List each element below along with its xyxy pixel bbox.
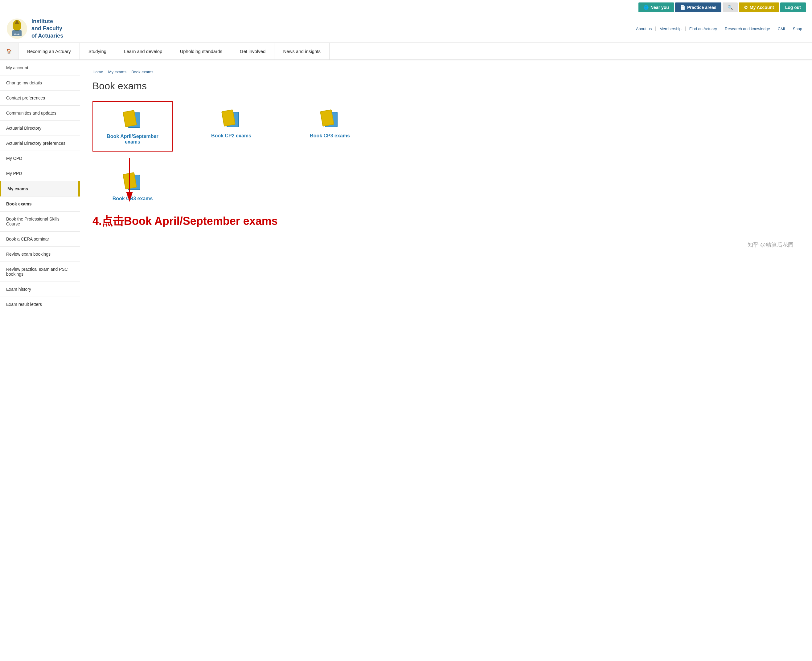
- sidebar-yellow-indicator: [78, 181, 80, 196]
- practice-areas-button[interactable]: 📄 Practice areas: [675, 2, 721, 12]
- sidebar-item-change-details[interactable]: Change my details: [0, 75, 80, 91]
- breadcrumb-my-exams[interactable]: My exams: [108, 70, 127, 74]
- breadcrumb-home[interactable]: Home: [93, 70, 103, 74]
- page-layout: My account Change my details Contact pre…: [0, 61, 812, 312]
- site-header: IFoA Institute and Faculty of Actuaries …: [0, 15, 812, 43]
- exam-card-cp2[interactable]: Book CP2 exams: [191, 101, 271, 152]
- sidebar-item-actuarial-dir[interactable]: Actuarial Directory: [0, 121, 80, 136]
- sidebar-item-book-psc[interactable]: Book the Professional Skills Course: [0, 212, 80, 232]
- my-account-button[interactable]: ⚙ My Account: [739, 2, 779, 12]
- nav-news-insights[interactable]: News and insights: [274, 43, 330, 59]
- logout-button[interactable]: Log out: [780, 2, 806, 12]
- nav-get-involved[interactable]: Get involved: [231, 43, 274, 59]
- annotation-text: 4.点击Book April/September exams: [93, 214, 800, 229]
- sidebar-item-book-cera[interactable]: Book a CERA seminar: [0, 232, 80, 247]
- svg-text:IFoA: IFoA: [14, 33, 20, 36]
- sidebar: My account Change my details Contact pre…: [0, 61, 80, 312]
- header-nav-about[interactable]: About us: [632, 27, 656, 31]
- gear-icon: ⚙: [744, 5, 748, 10]
- exam-card-april-sept[interactable]: Book April/September exams: [93, 101, 173, 152]
- logo-text: Institute and Faculty of Actuaries: [32, 18, 63, 40]
- exam-icon-april-sept: [120, 108, 145, 129]
- nav-upholding-standards[interactable]: Upholding standards: [171, 43, 231, 59]
- search-icon: 🔍: [727, 5, 733, 10]
- sidebar-item-contact-prefs[interactable]: Contact preferences: [0, 91, 80, 105]
- search-button[interactable]: 🔍: [722, 2, 738, 12]
- sidebar-item-my-cpd[interactable]: My CPD: [0, 151, 80, 166]
- crest-icon: IFoA: [6, 18, 28, 40]
- sidebar-item-actuarial-dir-prefs[interactable]: Actuarial Directory preferences: [0, 136, 80, 151]
- sidebar-item-exam-results[interactable]: Exam result letters: [0, 297, 80, 312]
- sidebar-item-book-exams[interactable]: Book exams: [0, 196, 80, 212]
- header-nav-find-actuary[interactable]: Find an Actuary: [685, 27, 721, 31]
- sidebar-item-communities[interactable]: Communities and updates: [0, 105, 80, 121]
- nav-home[interactable]: 🏠: [0, 43, 19, 59]
- main-content: Home My exams Book exams Book exams Boo: [80, 61, 812, 312]
- header-nav-cmi[interactable]: CMI: [774, 27, 789, 31]
- sidebar-item-review-bookings[interactable]: Review exam bookings: [0, 247, 80, 262]
- top-utility-bar: 🌐 Near you 📄 Practice areas 🔍 ⚙ My Accou…: [0, 0, 812, 15]
- near-you-button[interactable]: 🌐 Near you: [639, 2, 674, 12]
- exam-card-cp3[interactable]: Book CP3 exams: [290, 101, 370, 152]
- main-nav: 🏠 Becoming an Actuary Studying Learn and…: [0, 43, 812, 61]
- watermark: 知乎 @精算后花园: [93, 241, 800, 249]
- page-title: Book exams: [93, 80, 800, 92]
- sidebar-item-exam-history[interactable]: Exam history: [0, 282, 80, 297]
- exam-icon-cp2: [219, 107, 243, 129]
- exam-card-label-cp3: Book CP3 exams: [310, 133, 350, 139]
- header-nav-research[interactable]: Research and knowledge: [721, 27, 774, 31]
- logo-area: IFoA Institute and Faculty of Actuaries: [6, 18, 63, 40]
- doc-icon: 📄: [680, 5, 685, 10]
- exam-icon-cp3: [317, 107, 342, 129]
- sidebar-item-my-ppd[interactable]: My PPD: [0, 166, 80, 181]
- annotation-container: 4.点击Book April/September exams: [93, 214, 800, 229]
- breadcrumb-book-exams[interactable]: Book exams: [131, 70, 154, 74]
- header-nav-membership[interactable]: Membership: [656, 27, 685, 31]
- exam-card-label-cp2: Book CP2 exams: [211, 133, 251, 139]
- sidebar-item-my-account[interactable]: My account: [0, 61, 80, 75]
- sidebar-item-my-exams[interactable]: My exams: [0, 181, 78, 196]
- nav-becoming-actuary[interactable]: Becoming an Actuary: [19, 43, 80, 59]
- exam-card-label-april-sept: Book April/September exams: [99, 134, 166, 145]
- header-nav: About us Membership Find an Actuary Rese…: [632, 27, 806, 31]
- breadcrumb: Home My exams Book exams: [93, 70, 800, 74]
- annotation-arrow: [111, 155, 173, 204]
- header-nav-shop[interactable]: Shop: [789, 27, 806, 31]
- nav-studying[interactable]: Studying: [80, 43, 115, 59]
- sidebar-item-review-practical[interactable]: Review practical exam and PSC bookings: [0, 262, 80, 282]
- nav-learn-develop[interactable]: Learn and develop: [115, 43, 171, 59]
- sidebar-my-exams-row: My exams: [0, 181, 80, 196]
- globe-icon: 🌐: [643, 5, 649, 10]
